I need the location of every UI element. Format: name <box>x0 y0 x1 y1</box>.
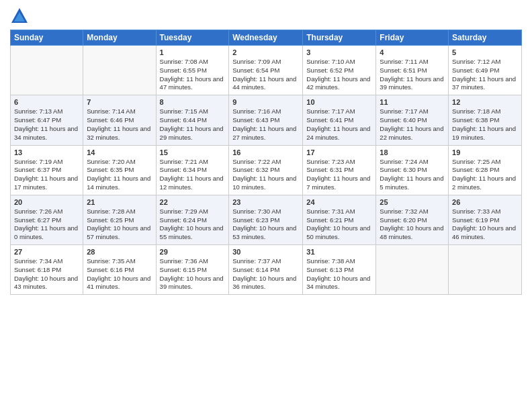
day-number: 11 <box>380 98 445 106</box>
day-number: 8 <box>160 98 226 106</box>
calendar-cell: 17Sunrise: 7:23 AM Sunset: 6:31 PM Dayli… <box>303 145 376 195</box>
day-number: 25 <box>380 198 445 206</box>
day-number: 23 <box>232 198 299 206</box>
calendar-cell <box>376 245 449 295</box>
calendar-week-row: 6Sunrise: 7:13 AM Sunset: 6:47 PM Daylig… <box>11 95 522 145</box>
calendar-cell: 6Sunrise: 7:13 AM Sunset: 6:47 PM Daylig… <box>11 95 83 145</box>
day-info: Sunrise: 7:37 AM Sunset: 6:14 PM Dayligh… <box>232 257 299 291</box>
day-info: Sunrise: 7:25 AM Sunset: 6:28 PM Dayligh… <box>452 158 518 192</box>
day-info: Sunrise: 7:32 AM Sunset: 6:20 PM Dayligh… <box>380 208 445 242</box>
day-info: Sunrise: 7:26 AM Sunset: 6:27 PM Dayligh… <box>14 208 79 242</box>
day-info: Sunrise: 7:35 AM Sunset: 6:16 PM Dayligh… <box>87 257 152 291</box>
day-number: 7 <box>87 98 152 106</box>
calendar-table: SundayMondayTuesdayWednesdayThursdayFrid… <box>10 30 522 295</box>
calendar-week-row: 27Sunrise: 7:34 AM Sunset: 6:18 PM Dayli… <box>11 245 522 295</box>
calendar-cell: 4Sunrise: 7:11 AM Sunset: 6:51 PM Daylig… <box>376 46 449 95</box>
day-number: 3 <box>306 48 372 56</box>
calendar-week-row: 13Sunrise: 7:19 AM Sunset: 6:37 PM Dayli… <box>11 145 522 195</box>
calendar-cell: 13Sunrise: 7:19 AM Sunset: 6:37 PM Dayli… <box>11 145 83 195</box>
weekday-header: Monday <box>83 30 156 46</box>
calendar-cell: 2Sunrise: 7:09 AM Sunset: 6:54 PM Daylig… <box>229 46 303 95</box>
logo <box>10 7 30 26</box>
day-info: Sunrise: 7:21 AM Sunset: 6:34 PM Dayligh… <box>160 158 226 192</box>
day-number: 10 <box>306 98 372 106</box>
weekday-header: Tuesday <box>156 30 229 46</box>
day-info: Sunrise: 7:17 AM Sunset: 6:41 PM Dayligh… <box>306 107 372 142</box>
calendar-cell: 20Sunrise: 7:26 AM Sunset: 6:27 PM Dayli… <box>11 195 83 244</box>
calendar-cell: 21Sunrise: 7:28 AM Sunset: 6:25 PM Dayli… <box>83 195 156 244</box>
day-number: 29 <box>160 248 226 256</box>
header <box>10 7 522 26</box>
calendar-cell: 15Sunrise: 7:21 AM Sunset: 6:34 PM Dayli… <box>156 145 229 195</box>
calendar-cell: 16Sunrise: 7:22 AM Sunset: 6:32 PM Dayli… <box>229 145 303 195</box>
day-info: Sunrise: 7:31 AM Sunset: 6:21 PM Dayligh… <box>306 208 372 242</box>
calendar-cell: 11Sunrise: 7:17 AM Sunset: 6:40 PM Dayli… <box>376 95 449 145</box>
day-info: Sunrise: 7:18 AM Sunset: 6:38 PM Dayligh… <box>452 107 518 142</box>
day-info: Sunrise: 7:29 AM Sunset: 6:24 PM Dayligh… <box>160 208 226 242</box>
weekday-header: Wednesday <box>229 30 303 46</box>
day-info: Sunrise: 7:23 AM Sunset: 6:31 PM Dayligh… <box>306 158 372 192</box>
day-number: 20 <box>14 198 79 206</box>
day-number: 31 <box>306 248 372 256</box>
day-number: 5 <box>452 48 518 56</box>
logo-icon <box>10 7 29 26</box>
calendar-cell: 3Sunrise: 7:10 AM Sunset: 6:52 PM Daylig… <box>303 46 376 95</box>
day-info: Sunrise: 7:13 AM Sunset: 6:47 PM Dayligh… <box>14 107 79 142</box>
day-number: 24 <box>306 198 372 206</box>
day-info: Sunrise: 7:28 AM Sunset: 6:25 PM Dayligh… <box>87 208 152 242</box>
calendar-cell: 31Sunrise: 7:38 AM Sunset: 6:13 PM Dayli… <box>303 245 376 295</box>
day-number: 4 <box>380 48 445 56</box>
day-number: 9 <box>232 98 299 106</box>
calendar-cell <box>83 46 156 95</box>
day-info: Sunrise: 7:38 AM Sunset: 6:13 PM Dayligh… <box>306 257 372 291</box>
calendar-cell: 28Sunrise: 7:35 AM Sunset: 6:16 PM Dayli… <box>83 245 156 295</box>
day-info: Sunrise: 7:12 AM Sunset: 6:49 PM Dayligh… <box>452 58 518 92</box>
page: SundayMondayTuesdayWednesdayThursdayFrid… <box>0 0 532 411</box>
calendar-cell: 25Sunrise: 7:32 AM Sunset: 6:20 PM Dayli… <box>376 195 449 244</box>
calendar-body: 1Sunrise: 7:08 AM Sunset: 6:55 PM Daylig… <box>11 46 522 295</box>
day-info: Sunrise: 7:34 AM Sunset: 6:18 PM Dayligh… <box>14 257 79 291</box>
calendar-cell <box>11 46 83 95</box>
weekday-header: Sunday <box>11 30 83 46</box>
day-info: Sunrise: 7:22 AM Sunset: 6:32 PM Dayligh… <box>232 158 299 192</box>
day-number: 13 <box>14 148 79 156</box>
day-number: 6 <box>14 98 79 106</box>
day-info: Sunrise: 7:09 AM Sunset: 6:54 PM Dayligh… <box>232 58 299 92</box>
day-info: Sunrise: 7:30 AM Sunset: 6:23 PM Dayligh… <box>232 208 299 242</box>
day-number: 16 <box>232 148 299 156</box>
day-info: Sunrise: 7:11 AM Sunset: 6:51 PM Dayligh… <box>380 58 445 92</box>
calendar-cell: 12Sunrise: 7:18 AM Sunset: 6:38 PM Dayli… <box>449 95 522 145</box>
calendar-cell: 1Sunrise: 7:08 AM Sunset: 6:55 PM Daylig… <box>156 46 229 95</box>
day-info: Sunrise: 7:16 AM Sunset: 6:43 PM Dayligh… <box>232 107 299 142</box>
day-number: 2 <box>232 48 299 56</box>
day-info: Sunrise: 7:10 AM Sunset: 6:52 PM Dayligh… <box>306 58 372 92</box>
day-number: 19 <box>452 148 518 156</box>
day-info: Sunrise: 7:19 AM Sunset: 6:37 PM Dayligh… <box>14 158 79 192</box>
weekday-header: Thursday <box>303 30 376 46</box>
day-number: 15 <box>160 148 226 156</box>
day-number: 1 <box>160 48 226 56</box>
day-info: Sunrise: 7:15 AM Sunset: 6:44 PM Dayligh… <box>160 107 226 142</box>
calendar-cell: 24Sunrise: 7:31 AM Sunset: 6:21 PM Dayli… <box>303 195 376 244</box>
calendar-cell <box>449 245 522 295</box>
day-info: Sunrise: 7:20 AM Sunset: 6:35 PM Dayligh… <box>87 158 152 192</box>
calendar-cell: 8Sunrise: 7:15 AM Sunset: 6:44 PM Daylig… <box>156 95 229 145</box>
calendar-cell: 30Sunrise: 7:37 AM Sunset: 6:14 PM Dayli… <box>229 245 303 295</box>
weekday-header: Friday <box>376 30 449 46</box>
day-info: Sunrise: 7:14 AM Sunset: 6:46 PM Dayligh… <box>87 107 152 142</box>
day-info: Sunrise: 7:08 AM Sunset: 6:55 PM Dayligh… <box>160 58 226 92</box>
calendar-cell: 14Sunrise: 7:20 AM Sunset: 6:35 PM Dayli… <box>83 145 156 195</box>
day-number: 27 <box>14 248 79 256</box>
calendar-week-row: 1Sunrise: 7:08 AM Sunset: 6:55 PM Daylig… <box>11 46 522 95</box>
day-number: 28 <box>87 248 152 256</box>
day-number: 30 <box>232 248 299 256</box>
calendar-cell: 9Sunrise: 7:16 AM Sunset: 6:43 PM Daylig… <box>229 95 303 145</box>
day-info: Sunrise: 7:33 AM Sunset: 6:19 PM Dayligh… <box>452 208 518 242</box>
calendar-cell: 5Sunrise: 7:12 AM Sunset: 6:49 PM Daylig… <box>449 46 522 95</box>
calendar-cell: 7Sunrise: 7:14 AM Sunset: 6:46 PM Daylig… <box>83 95 156 145</box>
calendar-header: SundayMondayTuesdayWednesdayThursdayFrid… <box>11 30 522 46</box>
calendar-cell: 26Sunrise: 7:33 AM Sunset: 6:19 PM Dayli… <box>449 195 522 244</box>
day-number: 17 <box>306 148 372 156</box>
day-number: 22 <box>160 198 226 206</box>
calendar-cell: 10Sunrise: 7:17 AM Sunset: 6:41 PM Dayli… <box>303 95 376 145</box>
